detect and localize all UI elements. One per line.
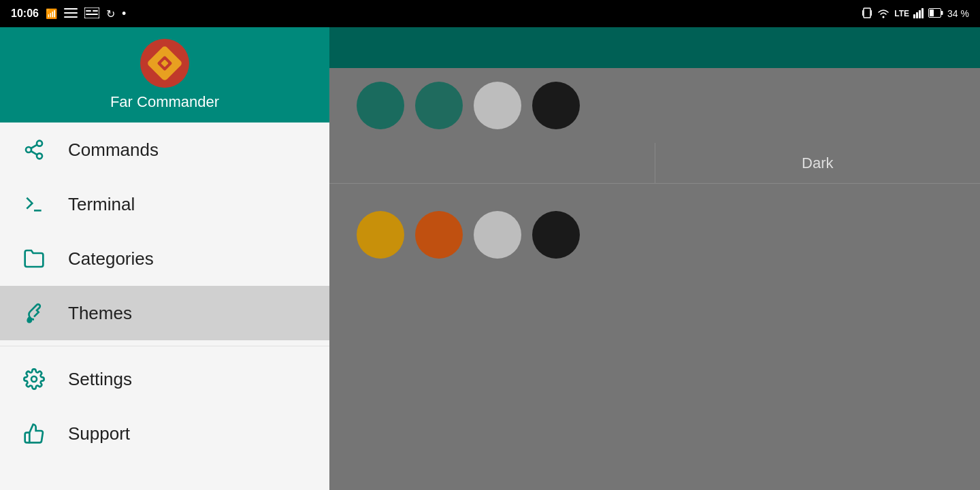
svg-rect-1 <box>64 12 78 14</box>
color-dot-orange[interactable] <box>415 211 463 259</box>
vibrate-icon <box>862 7 872 21</box>
svg-rect-8 <box>862 10 864 16</box>
dot-icon: • <box>122 7 126 21</box>
dark-theme-label-row: Dark <box>329 143 980 184</box>
status-left: 10:06 📶 ↻ • <box>11 7 126 21</box>
svg-line-21 <box>31 151 37 154</box>
settings-icon <box>22 367 46 391</box>
svg-line-22 <box>31 145 37 148</box>
brush-icon <box>22 301 46 325</box>
status-right: LTE 34 % <box>862 7 969 21</box>
status-time: 10:06 <box>11 7 39 20</box>
signal-bars-icon <box>913 7 924 20</box>
nav-divider <box>0 346 329 346</box>
svg-rect-12 <box>916 12 918 18</box>
svg-rect-2 <box>64 16 78 18</box>
svg-rect-11 <box>913 14 915 18</box>
categories-label: Categories <box>68 248 154 270</box>
svg-rect-4 <box>86 10 91 12</box>
app-container: Far Commander Commands <box>0 27 980 490</box>
nav-item-support[interactable]: Support <box>0 406 329 461</box>
dark-theme-label-right: Dark <box>655 143 981 183</box>
dark-theme-name: Dark <box>802 154 833 172</box>
thumbsup-icon <box>22 421 46 446</box>
main-content: Dark <box>329 27 980 490</box>
nav-item-settings[interactable]: Settings <box>0 352 329 406</box>
sidebar-header: Far Commander <box>0 27 329 122</box>
refresh-icon: ↻ <box>106 7 115 20</box>
subtitles-icon <box>84 7 99 20</box>
support-label: Support <box>68 423 130 444</box>
battery-percent: 34 % <box>947 8 969 19</box>
amber-theme-colors <box>329 197 980 272</box>
svg-point-24 <box>31 376 37 382</box>
svg-point-18 <box>37 141 42 146</box>
color-dot-teal[interactable] <box>415 82 463 129</box>
wifi-icon <box>877 7 890 20</box>
svg-rect-7 <box>864 8 870 18</box>
svg-rect-3 <box>84 7 99 18</box>
content-header <box>329 27 980 68</box>
svg-rect-5 <box>93 10 98 12</box>
sidebar: Far Commander Commands <box>0 27 329 490</box>
svg-point-19 <box>26 147 31 152</box>
nav-item-commands[interactable]: Commands <box>0 122 329 177</box>
signal-icon: 📶 <box>46 8 57 19</box>
svg-rect-6 <box>86 14 98 15</box>
terminal-label: Terminal <box>68 194 135 215</box>
svg-rect-16 <box>930 10 934 16</box>
section-spacer <box>329 184 980 197</box>
commands-label: Commands <box>68 140 159 161</box>
themes-label: Themes <box>68 303 132 324</box>
svg-point-10 <box>883 16 885 18</box>
svg-rect-9 <box>871 10 872 16</box>
terminal-icon <box>22 192 46 216</box>
app-logo <box>140 39 189 88</box>
theme-section-amber <box>329 197 980 272</box>
nav-item-themes[interactable]: Themes <box>0 286 329 340</box>
color-dot-amber[interactable] <box>357 211 404 259</box>
nav-item-categories[interactable]: Categories <box>0 231 329 286</box>
svg-rect-13 <box>919 10 921 18</box>
dark-theme-colors <box>329 68 980 143</box>
color-dot-gray[interactable] <box>474 82 521 129</box>
battery-icon <box>928 8 943 20</box>
svg-rect-14 <box>921 8 924 18</box>
status-bar: 10:06 📶 ↻ • <box>0 0 980 27</box>
app-title: Far Commander <box>110 93 219 111</box>
lte-icon: LTE <box>894 9 909 18</box>
nav-item-terminal[interactable]: Terminal <box>0 177 329 231</box>
share-icon <box>22 137 46 162</box>
svg-rect-17 <box>941 11 943 15</box>
color-dot-gray2[interactable] <box>474 211 521 259</box>
hamburger-icon <box>64 8 78 20</box>
settings-label: Settings <box>68 369 132 390</box>
color-dot-teal-dark[interactable] <box>357 82 404 129</box>
color-dot-black2[interactable] <box>532 211 580 259</box>
dark-theme-label-left <box>329 143 655 183</box>
svg-rect-0 <box>64 8 78 10</box>
theme-section-dark: Dark <box>329 68 980 184</box>
svg-point-20 <box>37 153 42 159</box>
color-dot-black[interactable] <box>532 82 580 129</box>
folder-icon <box>22 246 46 271</box>
